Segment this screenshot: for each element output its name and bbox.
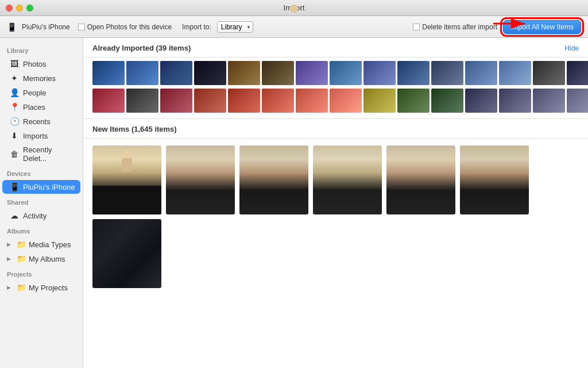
recents-icon: 🕐 bbox=[9, 117, 20, 126]
folder-icon-2: 📁 bbox=[16, 254, 26, 263]
trash-icon: 🗑 bbox=[9, 150, 20, 159]
chevron-icon: ▶ bbox=[7, 241, 14, 247]
library-section-label: Library bbox=[0, 43, 83, 56]
folder-icon-3: 📁 bbox=[16, 283, 26, 292]
sidebar-item-photos[interactable]: 🖼 Photos bbox=[2, 57, 80, 71]
open-photos-label[interactable]: Open Photos for this device bbox=[78, 23, 172, 31]
imported-thumb[interactable] bbox=[465, 89, 497, 113]
minimize-button[interactable] bbox=[16, 5, 23, 12]
imported-photo-strip-1 bbox=[83, 57, 588, 89]
chevron-icon-3: ▶ bbox=[7, 285, 14, 290]
imported-thumb[interactable] bbox=[330, 89, 362, 113]
sidebar-item-memories[interactable]: ✦ Memories bbox=[2, 71, 80, 85]
imported-thumb[interactable] bbox=[296, 89, 328, 113]
sidebar-item-recents[interactable]: 🕐 Recents bbox=[2, 114, 80, 128]
import-to-select[interactable]: Library bbox=[217, 21, 253, 33]
sidebar-item-imports[interactable]: ⬇ Imports bbox=[2, 129, 80, 143]
sidebar-iphone-label: PiuPiu's iPhone bbox=[23, 183, 75, 191]
sidebar-item-my-projects[interactable]: ▶ 📁 My Projects bbox=[2, 281, 80, 294]
imported-thumb[interactable] bbox=[160, 61, 192, 85]
imported-thumb[interactable] bbox=[363, 61, 396, 85]
sidebar-item-my-albums[interactable]: ▶ 📁 My Albums bbox=[2, 252, 80, 266]
new-item-thumb[interactable] bbox=[166, 145, 235, 214]
sidebar-item-people[interactable]: 👤 People bbox=[2, 86, 80, 99]
imported-thumb[interactable] bbox=[194, 61, 226, 85]
imported-thumb[interactable] bbox=[228, 89, 260, 113]
albums-section-label: Albums bbox=[0, 223, 83, 237]
imported-thumb[interactable] bbox=[397, 61, 430, 85]
sidebar-people-label: People bbox=[23, 89, 46, 97]
imports-icon: ⬇ bbox=[9, 131, 20, 140]
sidebar-my-projects-label: My Projects bbox=[29, 283, 68, 292]
projects-section-label: Projects bbox=[0, 266, 83, 280]
import-to-label: Import to: bbox=[182, 23, 211, 31]
sidebar-imports-label: Imports bbox=[23, 132, 48, 140]
sidebar-my-albums-label: My Albums bbox=[29, 255, 65, 263]
new-item-thumb[interactable] bbox=[313, 145, 382, 214]
chevron-icon-2: ▶ bbox=[7, 256, 14, 262]
new-item-thumb[interactable] bbox=[386, 145, 455, 214]
imported-thumb[interactable] bbox=[431, 89, 463, 113]
new-item-thumb[interactable] bbox=[92, 145, 161, 214]
imported-thumb[interactable] bbox=[262, 61, 294, 85]
imported-thumb[interactable] bbox=[194, 89, 226, 113]
sidebar-places-label: Places bbox=[23, 103, 45, 112]
sidebar-item-activity[interactable]: ☁ Activity bbox=[2, 209, 80, 223]
imported-thumb[interactable] bbox=[533, 61, 565, 85]
content-area: Already Imported (39 items) Hide bbox=[83, 38, 588, 368]
import-to-wrapper[interactable]: Library bbox=[217, 21, 253, 33]
imported-thumb[interactable] bbox=[533, 89, 565, 113]
sidebar-memories-label: Memories bbox=[23, 74, 56, 83]
imported-thumb[interactable] bbox=[92, 89, 125, 113]
import-all-button[interactable]: Import All New Items bbox=[503, 20, 581, 34]
imported-thumb[interactable] bbox=[126, 61, 158, 85]
sidebar-media-types-label: Media Types bbox=[29, 240, 71, 249]
imported-thumb[interactable] bbox=[567, 61, 588, 85]
window-controls bbox=[6, 5, 33, 12]
device-phone-icon: 📱 bbox=[7, 22, 16, 32]
new-item-thumb[interactable] bbox=[460, 145, 529, 214]
devices-section-label: Devices bbox=[0, 166, 83, 179]
imported-thumb[interactable] bbox=[363, 89, 396, 113]
sidebar-photos-label: Photos bbox=[23, 60, 46, 68]
imported-thumb[interactable] bbox=[330, 61, 362, 85]
already-imported-header: Already Imported (39 items) Hide bbox=[83, 38, 588, 57]
sidebar-item-media-types[interactable]: ▶ 📁 Media Types bbox=[2, 237, 80, 251]
maximize-button[interactable] bbox=[26, 5, 33, 12]
new-item-thumb[interactable] bbox=[239, 145, 308, 214]
hide-link[interactable]: Hide bbox=[564, 44, 579, 52]
sidebar-item-places[interactable]: 📍 Places bbox=[2, 100, 80, 114]
delete-after-import-label[interactable]: Delete items after import bbox=[413, 23, 497, 31]
folder-icon: 📁 bbox=[16, 240, 26, 249]
new-items-header: New Items (1,645 items) bbox=[83, 118, 588, 139]
imported-thumb[interactable] bbox=[397, 89, 430, 113]
new-items-grid bbox=[83, 139, 588, 295]
imported-thumb[interactable] bbox=[465, 61, 497, 85]
photos-icon: 🖼 bbox=[9, 59, 20, 68]
people-icon: 👤 bbox=[9, 88, 20, 97]
imported-thumb[interactable] bbox=[228, 61, 260, 85]
new-item-thumb[interactable] bbox=[92, 219, 161, 288]
delete-checkbox[interactable] bbox=[413, 24, 420, 30]
places-icon: 📍 bbox=[9, 102, 20, 112]
imported-thumb[interactable] bbox=[126, 89, 158, 113]
new-items-title: New Items (1,645 items) bbox=[92, 125, 177, 133]
imported-thumb[interactable] bbox=[499, 61, 531, 85]
imported-thumb[interactable] bbox=[567, 89, 588, 113]
imported-thumb[interactable] bbox=[92, 61, 125, 85]
imported-thumb[interactable] bbox=[160, 89, 192, 113]
open-photos-checkbox[interactable] bbox=[78, 24, 85, 30]
imported-photo-strip-2 bbox=[83, 89, 588, 118]
imported-thumb[interactable] bbox=[431, 61, 463, 85]
sidebar: Library 🖼 Photos ✦ Memories 👤 People 📍 P… bbox=[0, 38, 83, 368]
sidebar-activity-label: Activity bbox=[23, 212, 47, 220]
close-button[interactable] bbox=[6, 5, 13, 12]
sidebar-recently-deleted-label: Recently Delet... bbox=[23, 145, 76, 163]
imported-thumb[interactable] bbox=[262, 89, 294, 113]
imported-thumb[interactable] bbox=[296, 61, 328, 85]
sidebar-item-iphone[interactable]: 📱 PiuPiu's iPhone bbox=[2, 180, 80, 194]
imported-thumb[interactable] bbox=[499, 89, 531, 113]
memories-icon: ✦ bbox=[9, 74, 20, 83]
sidebar-item-recently-deleted[interactable]: 🗑 Recently Delet... bbox=[2, 143, 80, 165]
main-layout: Library 🖼 Photos ✦ Memories 👤 People 📍 P… bbox=[0, 38, 588, 368]
